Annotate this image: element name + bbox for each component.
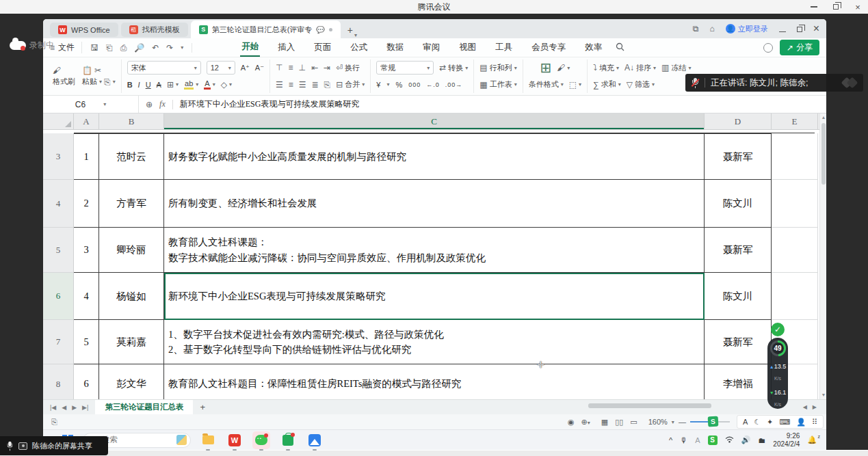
- tray-expand-icon[interactable]: ^: [669, 436, 672, 444]
- cell-D6[interactable]: 陈文川: [705, 273, 772, 320]
- skin-settings-icon[interactable]: ⌂: [709, 24, 714, 33]
- column-header-B[interactable]: B: [99, 113, 164, 129]
- meeting-restore-button[interactable]: [831, 2, 841, 12]
- italic-button[interactable]: I: [138, 81, 140, 89]
- percent-button[interactable]: %: [395, 81, 403, 89]
- wechat-icon[interactable]: [252, 431, 270, 449]
- cell-C5[interactable]: 教育部人文社科课题： 数字技术赋能企业减污降碳：协同与空间异质效应、作用机制及政…: [164, 228, 705, 273]
- cell-C4[interactable]: 所有制变更、经济增长和社会发展: [164, 180, 705, 228]
- align-center-icon[interactable]: ≡: [289, 80, 293, 90]
- ime-language-icon[interactable]: A: [743, 418, 748, 426]
- menu-data[interactable]: 数据: [385, 39, 405, 56]
- cell-A6[interactable]: 4: [74, 273, 99, 320]
- align-bottom-icon[interactable]: ⊥: [298, 63, 305, 72]
- screen-share-pill[interactable]: 陈德余的屏幕共享: [0, 436, 108, 455]
- paste-label[interactable]: 粘贴: [82, 77, 97, 87]
- column-header-A[interactable]: A: [74, 113, 99, 129]
- strikethrough-button[interactable]: A: [157, 81, 161, 89]
- cell-A5[interactable]: 3: [74, 228, 99, 273]
- filter-button[interactable]: ▽筛选▾: [627, 79, 655, 90]
- font-size-select[interactable]: 12▾: [207, 61, 235, 75]
- vertical-scrollbar[interactable]: ▲ ▼: [819, 113, 826, 399]
- row-header-7[interactable]: 7: [43, 320, 74, 364]
- meeting-close-button[interactable]: ×: [853, 2, 863, 12]
- wifi-icon[interactable]: [725, 436, 734, 444]
- format-painter-button[interactable]: 🖌: [53, 66, 75, 75]
- hscroll-right-icon[interactable]: ▶: [813, 404, 817, 410]
- row-header-6[interactable]: 6: [43, 273, 74, 320]
- underline-button[interactable]: U: [146, 81, 151, 89]
- menu-view[interactable]: 视图: [458, 39, 477, 56]
- column-header-D[interactable]: D: [705, 113, 772, 129]
- share-button[interactable]: ↗ 分享: [780, 40, 819, 55]
- menu-home[interactable]: 开始: [240, 38, 260, 57]
- cell-style-button[interactable]: 🖌▾: [557, 63, 570, 72]
- cell-D5[interactable]: 聂新军: [705, 228, 772, 273]
- zoom-formula-icon[interactable]: ⊕: [146, 100, 153, 109]
- cell-D3[interactable]: 聂新军: [705, 133, 772, 180]
- font-name-select[interactable]: 宋体▾: [127, 61, 201, 75]
- align-left-icon[interactable]: ☰: [276, 80, 283, 90]
- save-icon[interactable]: 🖫: [90, 43, 98, 53]
- cell-B6[interactable]: 杨镒如: [99, 273, 164, 320]
- menu-efficiency[interactable]: 效率: [583, 39, 603, 56]
- currency-button[interactable]: ¥: [376, 81, 381, 89]
- cell-A7[interactable]: 5: [74, 320, 99, 364]
- battery-icon[interactable]: 🖿: [758, 436, 765, 444]
- scroll-down-icon[interactable]: ▼: [820, 392, 826, 398]
- cell-C6-selected[interactable]: 新环境下中小企业ESG表现与可持续发展策略研究: [164, 273, 705, 320]
- indent-decrease-icon[interactable]: ⇤: [311, 63, 318, 72]
- freeze-button[interactable]: ▥冻结▾: [661, 63, 691, 73]
- align-right-icon[interactable]: ☰: [299, 80, 306, 90]
- new-tab-button[interactable]: +: [347, 25, 353, 36]
- wps-restore-button[interactable]: [797, 23, 802, 35]
- cell-E5[interactable]: [772, 228, 818, 273]
- center-view-icon[interactable]: ⊕▾: [581, 418, 590, 427]
- ime-keyboard-icon[interactable]: ⌨: [779, 418, 790, 427]
- tray-ime-letter[interactable]: A: [695, 436, 700, 444]
- menu-member[interactable]: 会员专享: [530, 39, 567, 56]
- tray-mic-icon[interactable]: 🎙: [680, 436, 687, 444]
- wps-app-icon[interactable]: W: [226, 431, 244, 449]
- cell-B4[interactable]: 方青军: [99, 180, 164, 228]
- font-decrease-button[interactable]: A⁻: [255, 64, 264, 72]
- meeting-minimize-button[interactable]: [809, 2, 819, 12]
- fill-button[interactable]: ⤵填充▾: [593, 63, 619, 73]
- paste-button[interactable]: 📋✂: [82, 66, 116, 75]
- ime-skin-icon[interactable]: 👤: [796, 418, 806, 427]
- tab-wps-home[interactable]: W WPS Office: [50, 23, 118, 37]
- scroll-up-icon[interactable]: ▲: [820, 115, 826, 120]
- speaker-icon[interactable]: 🔊: [741, 435, 751, 444]
- decimal-increase-button[interactable]: .00→: [445, 81, 463, 88]
- comment-bubble-icon[interactable]: 💬: [316, 26, 324, 33]
- namebox-dropdown-icon[interactable]: ▾: [103, 101, 106, 107]
- table-style-icon[interactable]: ⊞: [540, 59, 551, 76]
- column-header-E[interactable]: E: [772, 113, 818, 129]
- menu-formula[interactable]: 公式: [349, 39, 369, 56]
- share-mic-icon[interactable]: [6, 442, 14, 451]
- tab-list-dropdown-icon[interactable]: ▾: [354, 32, 357, 38]
- menu-tools[interactable]: 工具: [494, 39, 514, 56]
- cell-B8[interactable]: 彭文华: [99, 364, 164, 399]
- conditional-format-button[interactable]: 条件格式▾: [529, 79, 564, 90]
- cell-B5[interactable]: 卿玲丽: [99, 228, 164, 273]
- ime-fullwidth-icon[interactable]: ☾: [754, 418, 761, 427]
- split-view-icon[interactable]: ⧉: [693, 24, 699, 33]
- ime-emoji-icon[interactable]: ✦: [767, 418, 773, 427]
- undo-icon[interactable]: ↶: [152, 43, 159, 53]
- cell-D7[interactable]: 聂新军: [705, 320, 772, 364]
- cell-E4[interactable]: [772, 180, 818, 228]
- justify-icon[interactable]: ≣: [312, 80, 319, 90]
- first-sheet-icon[interactable]: |◀: [50, 404, 56, 411]
- vertical-scroll-thumb[interactable]: [821, 123, 826, 185]
- align-top-icon[interactable]: ⊤: [276, 63, 282, 72]
- cell-A4[interactable]: 2: [74, 180, 99, 228]
- copy-icon[interactable]: ⎘: [104, 77, 111, 87]
- taskbar-clock[interactable]: 9:26 2024/2/4: [773, 432, 800, 448]
- next-sheet-icon[interactable]: ▶: [72, 404, 77, 411]
- clear-format-button[interactable]: ◇▾: [221, 80, 232, 90]
- eye-icon[interactable]: ◉: [568, 418, 575, 427]
- page-break-view-icon[interactable]: ▯▯: [615, 418, 623, 427]
- column-header-C[interactable]: C: [164, 113, 705, 129]
- file-menu-button[interactable]: ≡ 文件: [50, 42, 82, 53]
